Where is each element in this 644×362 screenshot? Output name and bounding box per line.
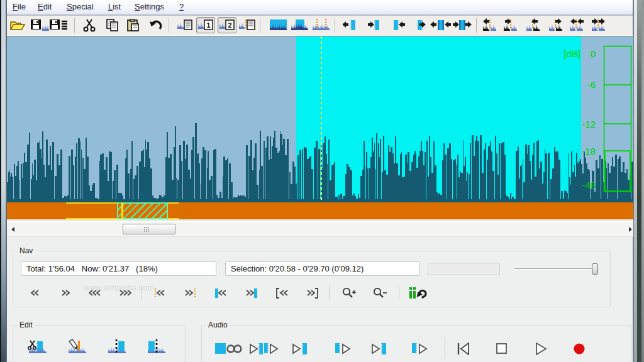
svg-text:1: 1: [206, 21, 210, 29]
svg-text:2: 2: [228, 21, 231, 29]
